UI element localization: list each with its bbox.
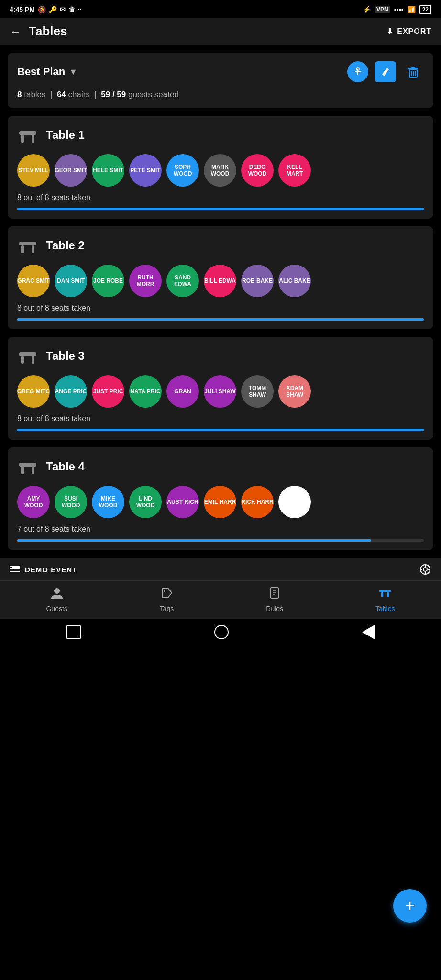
- guest-avatar-3-5[interactable]: GRAN: [166, 375, 199, 408]
- table-3-icon: [17, 345, 38, 367]
- trash-icon: [406, 65, 420, 79]
- plan-name: Best Plan: [17, 66, 65, 78]
- delete-plan-button[interactable]: [403, 61, 424, 82]
- svg-rect-19: [32, 356, 34, 364]
- table-3-guests: GREG MITCANGE PRICJUST PRICNATA PRICGRAN…: [17, 375, 424, 408]
- table-1-seats-status: 8 out of 8 seats taken: [17, 193, 424, 202]
- event-bar: DEMO EVENT: [0, 558, 441, 581]
- tables-container: Table 1STEV MILLGEOR SMITHELE SMITPETE S…: [0, 116, 441, 550]
- guest-avatar-3-4[interactable]: NATA PRIC: [129, 375, 162, 408]
- add-table-fab[interactable]: +: [393, 889, 427, 923]
- table-1-header: Table 1: [17, 124, 424, 145]
- table-4-guests: AMY WOODSUSI WOODMIKE WOODLIND WOODAUST …: [17, 486, 424, 518]
- table-card-2: Table 2GRAC SMITDAN SMITJOE ROBERUTH MOR…: [8, 226, 433, 329]
- svg-rect-16: [32, 245, 34, 253]
- table-2-progress-bar: [17, 318, 424, 321]
- table-3-seats-status: 8 out of 8 seats taken: [17, 414, 424, 423]
- nav-rules[interactable]: Rules: [266, 586, 283, 612]
- export-icon: ⬇: [386, 27, 393, 36]
- guest-avatar-1-3[interactable]: HELE SMIT: [92, 154, 124, 187]
- guest-avatar-2-1[interactable]: GRAC SMIT: [17, 265, 50, 297]
- guest-avatar-1-7[interactable]: DEBO WOOD: [241, 154, 274, 187]
- dropdown-arrow-icon[interactable]: ▼: [69, 67, 77, 77]
- svg-rect-42: [387, 592, 389, 597]
- table-2-guests: GRAC SMITDAN SMITJOE ROBERUTH MORRSAND E…: [17, 265, 424, 297]
- svg-rect-2: [355, 71, 361, 72]
- guest-avatar-4-1[interactable]: AMY WOOD: [17, 486, 50, 518]
- plan-actions: [347, 61, 424, 82]
- svg-rect-36: [271, 588, 278, 598]
- nav-tables[interactable]: Tables: [375, 586, 395, 612]
- signal-icon: ▪▪▪▪: [394, 6, 404, 13]
- guest-avatar-2-5[interactable]: SAND EDWA: [166, 265, 199, 297]
- svg-rect-12: [21, 135, 24, 143]
- table-1-guests: STEV MILLGEOR SMITHELE SMITPETE SMITSOPH…: [17, 154, 424, 187]
- home-button[interactable]: [214, 625, 229, 639]
- guest-avatar-4-2[interactable]: SUSI WOOD: [55, 486, 87, 518]
- guest-avatar-1-6[interactable]: MARK WOOD: [204, 154, 236, 187]
- back-button-sys[interactable]: [362, 625, 375, 639]
- guest-avatar-3-1[interactable]: GREG MITC: [17, 375, 50, 408]
- table-2-icon: [17, 235, 38, 256]
- guest-avatar-4-5[interactable]: AUST RICH: [166, 486, 199, 518]
- vpn-badge: VPN: [375, 6, 390, 13]
- guest-avatar-2-4[interactable]: RUTH MORR: [129, 265, 162, 297]
- guest-avatar-4-7[interactable]: RICK HARR: [241, 486, 274, 518]
- plan-name-row: Best Plan ▼: [17, 66, 77, 78]
- guest-avatar-2-3[interactable]: JOE ROBE: [92, 265, 124, 297]
- event-name: DEMO EVENT: [25, 566, 77, 574]
- table-2-header: Table 2: [17, 235, 424, 256]
- nav-guests[interactable]: Guests: [46, 586, 67, 612]
- plan-header: Best Plan ▼: [17, 61, 424, 82]
- nav-rules-label: Rules: [266, 605, 283, 612]
- edit-plan-button[interactable]: [375, 61, 396, 82]
- app-header: ← Tables ⬇ EXPORT: [0, 18, 441, 45]
- export-button[interactable]: ⬇ EXPORT: [386, 27, 431, 36]
- guest-avatar-1-5[interactable]: SOPH WOOD: [166, 154, 199, 187]
- status-left: 4:45 PM 🔕 🔑 ✉ 🗑 ··: [10, 6, 82, 13]
- svg-rect-20: [19, 463, 36, 467]
- table-card-1: Table 1STEV MILLGEOR SMITHELE SMITPETE S…: [8, 116, 433, 219]
- nav-bar: Guests Tags Rules: [0, 581, 441, 619]
- nav-tags[interactable]: Tags: [160, 586, 174, 612]
- square-button[interactable]: [66, 625, 81, 639]
- guest-avatar-2-6[interactable]: BILL EDWA: [204, 265, 236, 297]
- guest-avatar-2-7[interactable]: ROB BAKE: [241, 265, 274, 297]
- guest-avatar-1-8[interactable]: KELL MART: [278, 154, 311, 187]
- rules-icon: [268, 586, 281, 603]
- svg-rect-7: [411, 67, 415, 68]
- table-4-seats-status: 7 out of 8 seats taken: [17, 525, 424, 534]
- guest-avatar-3-3[interactable]: JUST PRIC: [92, 375, 124, 408]
- back-button[interactable]: ←: [10, 25, 21, 38]
- table-1-name: Table 1: [46, 128, 85, 142]
- svg-rect-11: [19, 131, 36, 135]
- table-1-progress-bar: [17, 208, 424, 210]
- guest-avatar-4-4[interactable]: LIND WOOD: [129, 486, 162, 518]
- guests-icon: [50, 586, 64, 603]
- svg-rect-17: [19, 352, 36, 356]
- table-4-icon: [17, 456, 38, 477]
- lock-add-icon: [353, 67, 363, 77]
- svg-rect-15: [21, 245, 24, 253]
- svg-rect-6: [408, 68, 418, 69]
- settings-icon[interactable]: [419, 563, 431, 576]
- table-3-name: Table 3: [46, 349, 85, 363]
- guest-avatar-3-7[interactable]: TOMM SHAW: [241, 375, 274, 408]
- svg-rect-41: [381, 592, 383, 597]
- guest-avatar-4-3[interactable]: MIKE WOOD: [92, 486, 124, 518]
- guest-avatar-2-8[interactable]: ALIC BAKE: [278, 265, 311, 297]
- guest-avatar-1-2[interactable]: GEOR SMIT: [55, 154, 87, 187]
- guest-avatar-1-1[interactable]: STEV MILL: [17, 154, 50, 187]
- svg-rect-26: [12, 567, 20, 568]
- guest-avatar-2-2[interactable]: DAN SMIT: [55, 265, 87, 297]
- mail-icon: ✉: [60, 6, 66, 13]
- guest-avatar-3-2[interactable]: ANGE PRIC: [55, 375, 87, 408]
- guest-avatar-4-6[interactable]: EMIL HARR: [204, 486, 236, 518]
- guest-avatar-1-4[interactable]: PETE SMIT: [129, 154, 162, 187]
- mute-icon: 🔕: [38, 6, 46, 13]
- guest-avatar-3-6[interactable]: JULI SHAW: [204, 375, 236, 408]
- guest-avatar-3-8[interactable]: ADAM SHAW: [278, 375, 311, 408]
- svg-point-35: [164, 590, 165, 592]
- add-plan-button[interactable]: [347, 61, 368, 82]
- guest-avatar-4-8[interactable]: [278, 486, 311, 518]
